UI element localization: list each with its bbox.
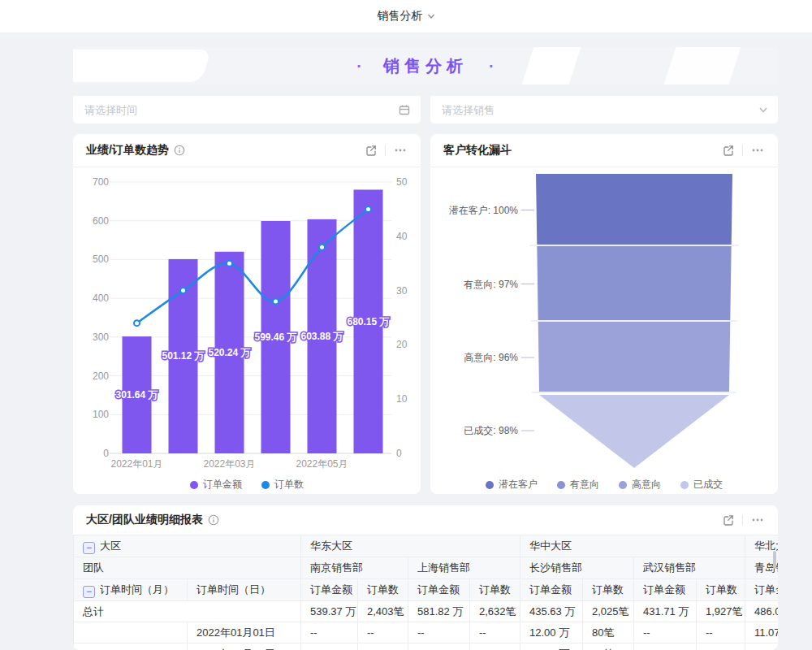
table-header-cell: 订单数 xyxy=(470,579,520,601)
table-header-cell: 华东大区 xyxy=(301,535,520,557)
table-cell: 98笔 xyxy=(583,644,634,650)
svg-text:400: 400 xyxy=(93,292,109,304)
funnel-chart[interactable]: 潜在客户: 100%有意向: 97%高意向: 96%已成交: 98% xyxy=(430,167,778,474)
legend-item-stage[interactable]: 潜在客户 xyxy=(486,478,538,492)
table-header-cell: 订单数 xyxy=(697,579,745,601)
collapse-icon[interactable]: − xyxy=(83,542,95,554)
table-header-cell: 南京销售部 xyxy=(301,557,408,579)
table-header-cell: −订单时间（月） xyxy=(74,579,188,601)
table-cell: -- xyxy=(358,644,408,650)
table-cell: 2,632笔 xyxy=(470,601,520,622)
banner-decoration xyxy=(73,50,211,82)
table-cell: -- xyxy=(745,644,779,650)
svg-text:0: 0 xyxy=(396,448,402,459)
legend-dot xyxy=(680,481,689,489)
svg-text:0: 0 xyxy=(103,448,109,459)
svg-text:2022年01月: 2022年01月 xyxy=(110,458,162,470)
report-table-title-text: 大区/团队业绩明细报表 xyxy=(86,513,203,527)
sales-input[interactable] xyxy=(440,103,758,117)
topbar: 销售分析 xyxy=(0,0,812,33)
table-header-cell: 订单数 xyxy=(583,579,634,601)
sales-filter[interactable] xyxy=(430,96,778,124)
banner-decoration xyxy=(663,47,743,84)
info-icon[interactable] xyxy=(174,145,185,156)
table-cell: -- xyxy=(301,644,358,650)
page-title-text: 销售分析 xyxy=(383,55,468,77)
report-table-header: 大区/团队业绩明细报表 xyxy=(73,505,778,535)
legend-dot xyxy=(190,481,198,489)
trend-card-title-text: 业绩/订单数趋势 xyxy=(86,143,169,158)
table-cell: 486.06 万 xyxy=(745,601,779,622)
svg-text:30: 30 xyxy=(396,285,408,297)
legend-dot xyxy=(261,481,270,489)
table-cell: 1,927笔 xyxy=(697,601,745,622)
legend-item-stage[interactable]: 高意向 xyxy=(619,478,661,492)
banner-decoration xyxy=(520,47,583,84)
table-header-cell: 订单金额 xyxy=(634,579,697,601)
legend-item-stage[interactable]: 有意向 xyxy=(557,478,599,492)
chevron-down-icon xyxy=(427,12,435,20)
table-header-cell: 订单金额 xyxy=(520,579,583,601)
table-header-cell: 武汉销售部 xyxy=(634,557,745,579)
svg-text:301.64 万: 301.64 万 xyxy=(115,389,158,401)
svg-text:200: 200 xyxy=(93,370,109,382)
funnel-card-title-text: 客户转化漏斗 xyxy=(443,143,512,158)
table-cell: -- xyxy=(470,622,520,644)
svg-text:40: 40 xyxy=(396,231,408,242)
table-cell: 431.71 万 xyxy=(634,601,697,622)
table-cell: -- xyxy=(470,644,520,650)
more-icon[interactable] xyxy=(750,144,765,157)
table-cell: 435.63 万 xyxy=(520,601,583,622)
calendar-icon[interactable] xyxy=(398,103,411,116)
svg-text:已成交: 98%: 已成交: 98% xyxy=(464,425,518,436)
time-filter[interactable] xyxy=(73,96,421,124)
table-cell: 2,025笔 xyxy=(583,601,634,622)
svg-text:2022年03月: 2022年03月 xyxy=(203,458,255,470)
export-icon[interactable] xyxy=(722,144,735,157)
table-cell: 80笔 xyxy=(583,622,634,644)
table-header-cell: 订单数 xyxy=(358,579,408,601)
pivot-table: −大区华东大区华中大区华北大区团队南京销售部上海销售部长沙销售部武汉销售部青岛销… xyxy=(73,535,778,650)
table-cell: -- xyxy=(358,622,408,644)
time-input[interactable] xyxy=(83,103,398,117)
legend-item-order-amount[interactable]: 订单金额 xyxy=(190,478,242,492)
svg-text:50: 50 xyxy=(396,176,408,188)
table-cell xyxy=(74,622,188,644)
trend-card-title: 业绩/订单数趋势 xyxy=(86,143,185,158)
table-cell: -- xyxy=(408,622,470,644)
trend-card: 业绩/订单数趋势 xyxy=(73,134,421,494)
trend-chart[interactable]: 010020030040050060070001020304050301.64 … xyxy=(73,167,421,474)
table-cell: 2,403笔 xyxy=(358,601,408,622)
legend-item-stage[interactable]: 已成交 xyxy=(680,478,723,492)
collapse-icon[interactable]: − xyxy=(83,586,95,598)
svg-text:599.46 万: 599.46 万 xyxy=(254,332,296,343)
legend-item-order-count[interactable]: 订单数 xyxy=(261,478,304,492)
table-cell: 2022年01月01日 xyxy=(188,622,301,644)
more-icon[interactable] xyxy=(393,144,408,157)
divider xyxy=(385,145,386,156)
table-cell: -- xyxy=(634,622,697,644)
table-cell: 总计 xyxy=(74,601,301,622)
export-icon[interactable] xyxy=(365,144,378,157)
funnel-card-title: 客户转化漏斗 xyxy=(443,143,512,158)
legend-dot xyxy=(486,481,494,489)
table-header-cell: 订单时间（日） xyxy=(188,579,301,601)
page-title: · 销售分析 · xyxy=(356,55,494,77)
table-cell: -- xyxy=(697,644,745,650)
filter-bar xyxy=(73,96,778,124)
table-header-cell: −大区 xyxy=(74,535,301,557)
table-row: 2022年01月02日--------23.05 万98笔------ xyxy=(74,644,779,650)
table-header-cell: 订单金额 xyxy=(408,579,470,601)
page-switcher[interactable]: 销售分析 xyxy=(378,9,435,24)
svg-text:300: 300 xyxy=(93,332,109,343)
chevron-down-icon[interactable] xyxy=(758,105,768,115)
report-table-title: 大区/团队业绩明细报表 xyxy=(86,513,219,527)
table-scrollbar[interactable] xyxy=(773,551,776,569)
title-dot: · xyxy=(356,57,362,76)
table-row: 团队南京销售部上海销售部长沙销售部武汉销售部青岛销售部 xyxy=(74,557,779,579)
info-icon[interactable] xyxy=(208,514,219,526)
more-icon[interactable] xyxy=(750,514,765,526)
divider xyxy=(742,145,743,156)
export-icon[interactable] xyxy=(722,514,735,526)
svg-text:有意向: 97%: 有意向: 97% xyxy=(463,279,518,290)
